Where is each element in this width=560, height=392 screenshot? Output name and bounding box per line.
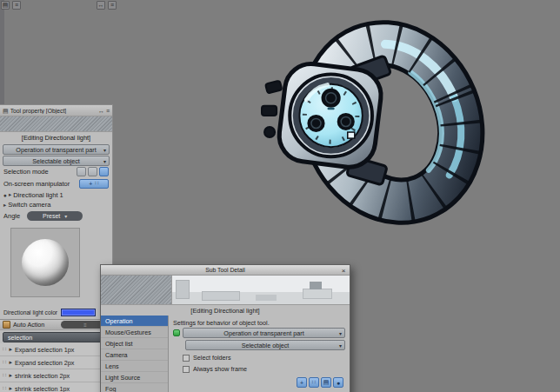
preview-sofa	[202, 291, 240, 301]
watch-logo-mark	[328, 108, 335, 110]
collapsed-panel-strip	[0, 0, 4, 105]
light-direction-sphere[interactable]	[22, 239, 69, 286]
manipulator-option-icon[interactable]: ●	[333, 377, 343, 388]
light-visibility-icon[interactable]: ●	[3, 192, 7, 198]
panel-collapse-icon[interactable]: ↔	[97, 1, 105, 10]
preset-button-label: Preset	[43, 213, 60, 219]
action-set-dropdown[interactable]: selection ▾	[3, 332, 110, 342]
auto-action-label: Expand selection 1px	[15, 346, 74, 354]
category-item-mouse-gestures[interactable]: Mouse/Gestures	[101, 327, 168, 338]
watch-pusher-bottom	[262, 106, 277, 116]
selection-mode-label: Selection mode	[3, 168, 49, 176]
category-item-object-list[interactable]: Object list	[101, 338, 168, 349]
auto-action-row[interactable]: ∷ ▸ shrink selection 1px ○	[0, 382, 112, 392]
light-color-row: Directional light color	[0, 306, 112, 319]
chevron-down-icon: ▾	[339, 330, 342, 336]
drag-handle-icon[interactable]: ∷	[3, 385, 6, 392]
category-item-light-source[interactable]: Light Source	[101, 372, 168, 383]
category-item-fog[interactable]: Fog	[101, 383, 168, 392]
preview-shelf	[176, 280, 190, 299]
always-show-frame-checkbox[interactable]	[183, 366, 190, 373]
manipulator-toggle-button[interactable]: + ∷	[79, 179, 109, 189]
manipulator-option-icon[interactable]: ∷	[309, 377, 319, 388]
watch-date-window	[348, 132, 355, 138]
watch-pusher-top	[265, 81, 282, 94]
auto-action-header: Auto Action ≡	[0, 319, 112, 330]
object-tool-icon	[173, 329, 180, 336]
selection-mode-new-icon[interactable]	[77, 167, 86, 176]
collapse-icon[interactable]: ↔	[98, 108, 104, 114]
light-item-row[interactable]: ● ▸ Directional light 1	[0, 189, 112, 200]
transparent-part-dropdown[interactable]: Operation of transparent part ▾	[183, 328, 345, 338]
handle-icon: ∷	[95, 180, 98, 187]
wrench-icon: ▤	[3, 108, 9, 114]
watch-case	[277, 61, 384, 170]
light-color-swatch[interactable]	[61, 309, 96, 316]
preview-desk	[303, 289, 332, 299]
move-icon: +	[89, 181, 92, 187]
dialog-top-strip	[101, 276, 350, 305]
top-right-fragment-icon-group: ↔ ≡	[97, 1, 117, 10]
expander-icon[interactable]: ▸	[9, 191, 11, 198]
settings-description: Settings for behavior of object tool.	[173, 317, 345, 328]
selection-mode-row: Selection mode	[0, 166, 112, 177]
category-item-lens[interactable]: Lens	[101, 361, 168, 372]
always-show-frame-label: Always show frame	[193, 365, 247, 373]
dialog-title-bar[interactable]: Sub Tool Detail ×	[101, 265, 350, 276]
drag-handle-icon[interactable]: ∷	[3, 372, 6, 379]
manipulator-option-icon[interactable]: ▤	[321, 377, 331, 388]
selectable-object-dropdown[interactable]: Selectable object ▾	[185, 340, 345, 350]
selectable-object-dropdown[interactable]: Selectable object ▾	[3, 156, 110, 166]
select-folders-checkbox[interactable]	[183, 355, 190, 362]
watch-subdial-right	[337, 113, 355, 130]
auto-action-label: Expand selection 2px	[15, 359, 74, 367]
close-icon[interactable]: ×	[339, 266, 348, 275]
chevron-down-icon: ▾	[103, 158, 106, 164]
auto-action-label: shrink selection 2px	[15, 372, 70, 380]
watch-subdial-top	[322, 89, 341, 108]
auto-action-icon	[3, 321, 10, 329]
transparent-part-dropdown[interactable]: Operation of transparent part ▾	[3, 144, 110, 155]
top-left-icon-group: ▤ ≡	[1, 1, 21, 10]
category-item-camera[interactable]: Camera	[101, 349, 168, 361]
switch-camera-row[interactable]: ▸ Switch camera	[0, 200, 112, 209]
manipulator-option-icon[interactable]: +	[297, 377, 307, 388]
auto-action-row[interactable]: ∷ ▸ Expand selection 1px ○	[0, 343, 112, 356]
preset-button[interactable]: Preset ▾	[27, 211, 83, 221]
auto-action-row[interactable]: ∷ ▸ shrink selection 2px ○	[0, 369, 112, 382]
expander-icon[interactable]: ▸	[3, 202, 6, 209]
subtool-texture-strip	[101, 276, 172, 304]
dialog-settings-pane: Settings for behavior of object tool. Op…	[169, 316, 350, 392]
select-folders-row: Select folders	[173, 352, 345, 363]
light-name-label: Directional light 1	[13, 191, 63, 199]
drag-handle-icon[interactable]: ∷	[3, 359, 6, 366]
selection-mode-active-icon[interactable]	[99, 167, 109, 176]
switch-camera-label: Switch camera	[8, 201, 50, 209]
light-direction-widget[interactable]	[10, 228, 80, 297]
palette-menu-icon[interactable]: ≡	[106, 108, 110, 114]
manipulator-row: On-screen manipulator + ∷	[0, 177, 112, 189]
transparent-part-dropdown-label: Operation of transparent part	[223, 329, 303, 337]
expander-icon[interactable]: ▸	[9, 359, 12, 366]
category-item-operation[interactable]: Operation	[101, 316, 168, 327]
selection-mode-add-icon[interactable]	[88, 167, 97, 176]
drag-handle-icon[interactable]: ∷	[3, 346, 6, 353]
panel-grid-icon[interactable]: ▤	[1, 1, 10, 10]
sub-tool-detail-dialog: Sub Tool Detail × [Editing Directional l…	[100, 264, 350, 392]
expander-icon[interactable]: ▸	[9, 385, 12, 392]
transparent-part-setting-row: Operation of transparent part ▾	[173, 328, 345, 338]
auto-action-row[interactable]: ∷ ▸ Expand selection 2px ○	[0, 356, 112, 369]
watch-object[interactable]	[261, 16, 489, 235]
panel-menu-icon[interactable]: ≡	[108, 1, 117, 10]
category-list: Operation Mouse/Gestures Object list Cam…	[101, 316, 169, 392]
light-direction-area	[0, 223, 112, 306]
dialog-body: Operation Mouse/Gestures Object list Cam…	[101, 316, 350, 392]
action-set-name: selection	[8, 334, 32, 342]
watch-crown	[264, 127, 275, 137]
dialog-title: Sub Tool Detail	[205, 267, 245, 273]
expander-icon[interactable]: ▸	[9, 346, 12, 353]
tool-property-panel: ▤ Tool property [Object] ↔ ≡ [Editing Di…	[0, 104, 113, 392]
panel-menu-icon[interactable]: ≡	[12, 1, 21, 10]
always-show-frame-row: Always show frame	[173, 363, 345, 375]
expander-icon[interactable]: ▸	[9, 372, 12, 379]
